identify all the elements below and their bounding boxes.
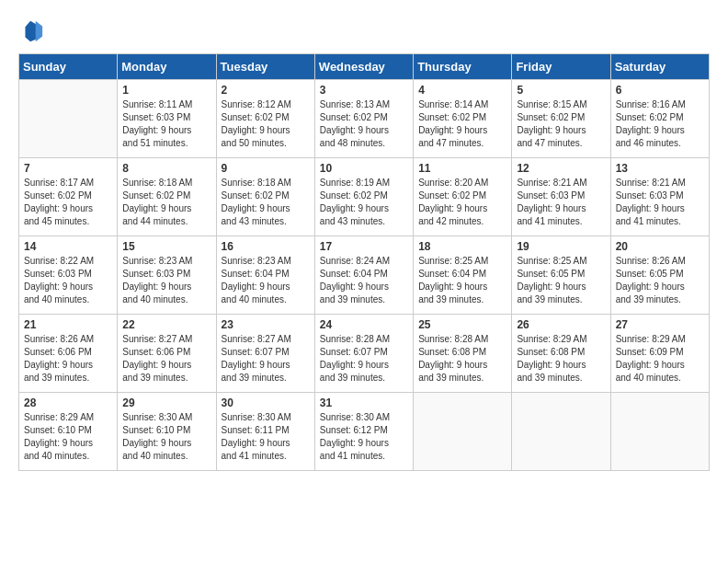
svg-marker-1 xyxy=(36,21,42,41)
day-info: Sunrise: 8:29 AM Sunset: 6:10 PM Dayligh… xyxy=(24,411,112,463)
day-number: 12 xyxy=(517,162,605,175)
day-info: Sunrise: 8:27 AM Sunset: 6:06 PM Dayligh… xyxy=(122,333,210,385)
calendar-cell: 2Sunrise: 8:12 AM Sunset: 6:02 PM Daylig… xyxy=(216,80,314,158)
calendar-cell: 11Sunrise: 8:20 AM Sunset: 6:02 PM Dayli… xyxy=(414,158,512,236)
day-info: Sunrise: 8:17 AM Sunset: 6:02 PM Dayligh… xyxy=(24,177,112,228)
day-info: Sunrise: 8:26 AM Sunset: 6:06 PM Dayligh… xyxy=(24,333,112,385)
calendar-cell: 19Sunrise: 8:25 AM Sunset: 6:05 PM Dayli… xyxy=(512,236,610,315)
calendar-cell: 4Sunrise: 8:14 AM Sunset: 6:02 PM Daylig… xyxy=(414,80,512,158)
calendar-cell: 27Sunrise: 8:29 AM Sunset: 6:09 PM Dayli… xyxy=(610,315,709,393)
calendar-cell xyxy=(414,393,512,471)
day-number: 28 xyxy=(24,396,112,409)
day-info: Sunrise: 8:24 AM Sunset: 6:04 PM Dayligh… xyxy=(320,255,408,306)
column-header-saturday: Saturday xyxy=(610,54,709,80)
day-number: 24 xyxy=(320,318,408,331)
day-number: 20 xyxy=(616,240,704,253)
day-info: Sunrise: 8:30 AM Sunset: 6:12 PM Dayligh… xyxy=(320,411,408,463)
day-number: 9 xyxy=(222,162,310,175)
calendar-cell: 18Sunrise: 8:25 AM Sunset: 6:04 PM Dayli… xyxy=(414,236,512,315)
column-header-monday: Monday xyxy=(118,54,216,80)
day-number: 13 xyxy=(616,162,704,175)
day-number: 18 xyxy=(418,240,506,253)
calendar-cell: 6Sunrise: 8:16 AM Sunset: 6:02 PM Daylig… xyxy=(610,80,709,158)
day-number: 21 xyxy=(24,318,112,331)
day-number: 6 xyxy=(616,84,704,97)
day-number: 2 xyxy=(222,84,310,97)
calendar-cell: 7Sunrise: 8:17 AM Sunset: 6:02 PM Daylig… xyxy=(19,158,118,236)
calendar-cell: 8Sunrise: 8:18 AM Sunset: 6:02 PM Daylig… xyxy=(118,158,216,236)
calendar-cell: 23Sunrise: 8:27 AM Sunset: 6:07 PM Dayli… xyxy=(216,315,314,393)
day-info: Sunrise: 8:12 AM Sunset: 6:02 PM Dayligh… xyxy=(222,98,310,150)
day-number: 25 xyxy=(418,318,506,331)
day-info: Sunrise: 8:11 AM Sunset: 6:03 PM Dayligh… xyxy=(122,98,210,150)
calendar-header-row: SundayMondayTuesdayWednesdayThursdayFrid… xyxy=(19,54,710,80)
day-info: Sunrise: 8:15 AM Sunset: 6:02 PM Dayligh… xyxy=(517,98,605,150)
calendar-cell: 30Sunrise: 8:30 AM Sunset: 6:11 PM Dayli… xyxy=(216,393,314,471)
day-number: 23 xyxy=(222,318,310,331)
day-number: 14 xyxy=(24,240,112,253)
day-info: Sunrise: 8:27 AM Sunset: 6:07 PM Dayligh… xyxy=(222,333,310,385)
day-info: Sunrise: 8:16 AM Sunset: 6:02 PM Dayligh… xyxy=(616,98,704,150)
day-info: Sunrise: 8:28 AM Sunset: 6:08 PM Dayligh… xyxy=(418,333,506,385)
day-number: 8 xyxy=(122,162,210,175)
column-header-wednesday: Wednesday xyxy=(314,54,413,80)
day-number: 16 xyxy=(222,240,310,253)
page-header xyxy=(18,18,710,44)
calendar-cell: 28Sunrise: 8:29 AM Sunset: 6:10 PM Dayli… xyxy=(19,393,118,471)
day-info: Sunrise: 8:30 AM Sunset: 6:11 PM Dayligh… xyxy=(222,411,310,463)
calendar-cell: 5Sunrise: 8:15 AM Sunset: 6:02 PM Daylig… xyxy=(512,80,610,158)
calendar-cell: 15Sunrise: 8:23 AM Sunset: 6:03 PM Dayli… xyxy=(118,236,216,315)
day-number: 4 xyxy=(418,84,506,97)
day-number: 17 xyxy=(320,240,408,253)
day-info: Sunrise: 8:20 AM Sunset: 6:02 PM Dayligh… xyxy=(418,177,506,228)
calendar-cell: 24Sunrise: 8:28 AM Sunset: 6:07 PM Dayli… xyxy=(314,315,413,393)
day-info: Sunrise: 8:19 AM Sunset: 6:02 PM Dayligh… xyxy=(320,177,408,228)
calendar-cell: 21Sunrise: 8:26 AM Sunset: 6:06 PM Dayli… xyxy=(19,315,118,393)
day-info: Sunrise: 8:21 AM Sunset: 6:03 PM Dayligh… xyxy=(616,177,704,228)
calendar-cell: 9Sunrise: 8:18 AM Sunset: 6:02 PM Daylig… xyxy=(216,158,314,236)
day-info: Sunrise: 8:29 AM Sunset: 6:08 PM Dayligh… xyxy=(517,333,605,385)
calendar-week-1: 1Sunrise: 8:11 AM Sunset: 6:03 PM Daylig… xyxy=(19,80,710,158)
calendar-cell: 13Sunrise: 8:21 AM Sunset: 6:03 PM Dayli… xyxy=(610,158,709,236)
day-number: 3 xyxy=(320,84,408,97)
day-number: 1 xyxy=(122,84,210,97)
day-info: Sunrise: 8:13 AM Sunset: 6:02 PM Dayligh… xyxy=(320,98,408,150)
day-info: Sunrise: 8:14 AM Sunset: 6:02 PM Dayligh… xyxy=(418,98,506,150)
day-number: 7 xyxy=(24,162,112,175)
column-header-sunday: Sunday xyxy=(19,54,118,80)
calendar-week-5: 28Sunrise: 8:29 AM Sunset: 6:10 PM Dayli… xyxy=(19,393,710,471)
calendar-cell: 20Sunrise: 8:26 AM Sunset: 6:05 PM Dayli… xyxy=(610,236,709,315)
calendar-cell xyxy=(19,80,118,158)
calendar-cell: 1Sunrise: 8:11 AM Sunset: 6:03 PM Daylig… xyxy=(118,80,216,158)
day-number: 26 xyxy=(517,318,605,331)
calendar-cell xyxy=(610,393,709,471)
calendar-table: SundayMondayTuesdayWednesdayThursdayFrid… xyxy=(18,53,710,471)
calendar-cell: 12Sunrise: 8:21 AM Sunset: 6:03 PM Dayli… xyxy=(512,158,610,236)
calendar-cell: 22Sunrise: 8:27 AM Sunset: 6:06 PM Dayli… xyxy=(118,315,216,393)
day-info: Sunrise: 8:26 AM Sunset: 6:05 PM Dayligh… xyxy=(616,255,704,306)
column-header-friday: Friday xyxy=(512,54,610,80)
day-info: Sunrise: 8:23 AM Sunset: 6:04 PM Dayligh… xyxy=(222,255,310,306)
calendar-cell: 29Sunrise: 8:30 AM Sunset: 6:10 PM Dayli… xyxy=(118,393,216,471)
day-info: Sunrise: 8:25 AM Sunset: 6:05 PM Dayligh… xyxy=(517,255,605,306)
day-number: 19 xyxy=(517,240,605,253)
day-info: Sunrise: 8:30 AM Sunset: 6:10 PM Dayligh… xyxy=(122,411,210,463)
day-number: 15 xyxy=(122,240,210,253)
day-number: 31 xyxy=(320,396,408,409)
column-header-thursday: Thursday xyxy=(414,54,512,80)
logo-icon xyxy=(18,18,44,44)
day-info: Sunrise: 8:21 AM Sunset: 6:03 PM Dayligh… xyxy=(517,177,605,228)
calendar-cell: 14Sunrise: 8:22 AM Sunset: 6:03 PM Dayli… xyxy=(19,236,118,315)
calendar-week-2: 7Sunrise: 8:17 AM Sunset: 6:02 PM Daylig… xyxy=(19,158,710,236)
calendar-cell: 25Sunrise: 8:28 AM Sunset: 6:08 PM Dayli… xyxy=(414,315,512,393)
calendar-week-3: 14Sunrise: 8:22 AM Sunset: 6:03 PM Dayli… xyxy=(19,236,710,315)
calendar-cell: 17Sunrise: 8:24 AM Sunset: 6:04 PM Dayli… xyxy=(314,236,413,315)
day-info: Sunrise: 8:28 AM Sunset: 6:07 PM Dayligh… xyxy=(320,333,408,385)
day-number: 27 xyxy=(616,318,704,331)
day-number: 30 xyxy=(222,396,310,409)
day-info: Sunrise: 8:25 AM Sunset: 6:04 PM Dayligh… xyxy=(418,255,506,306)
calendar-week-4: 21Sunrise: 8:26 AM Sunset: 6:06 PM Dayli… xyxy=(19,315,710,393)
calendar-cell: 31Sunrise: 8:30 AM Sunset: 6:12 PM Dayli… xyxy=(314,393,413,471)
calendar-cell: 16Sunrise: 8:23 AM Sunset: 6:04 PM Dayli… xyxy=(216,236,314,315)
day-number: 11 xyxy=(418,162,506,175)
